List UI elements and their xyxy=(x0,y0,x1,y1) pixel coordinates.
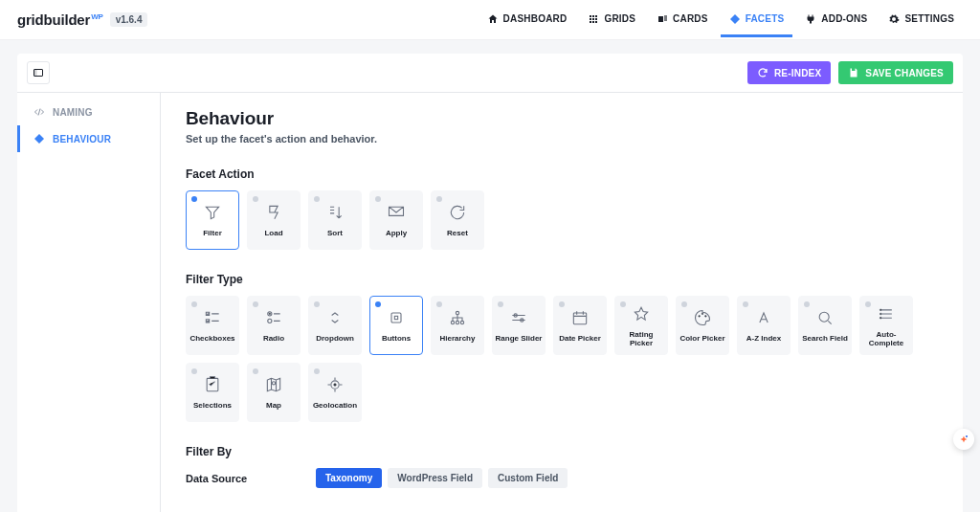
checkboxes-icon xyxy=(203,307,222,328)
radio-dot-icon xyxy=(314,196,320,202)
toggle-panel-button[interactable] xyxy=(27,61,50,84)
facet-action-reset[interactable]: Reset xyxy=(431,190,484,250)
apply-icon xyxy=(387,202,406,223)
tile-label: Color Picker xyxy=(678,334,726,343)
radio-dot-icon xyxy=(681,301,687,307)
facet-action-label: Facet Action xyxy=(186,167,938,181)
radio-dot-icon xyxy=(620,301,626,307)
filter-type-tiles: CheckboxesRadioDropdownButtonsHierarchyR… xyxy=(186,296,938,422)
sort-icon xyxy=(325,202,345,223)
radio-dot-icon xyxy=(743,301,748,307)
app-logo: gridbuilderWP xyxy=(17,11,102,28)
buttons-icon xyxy=(387,307,406,328)
tile-label: Map xyxy=(264,401,283,410)
radio-dot-icon xyxy=(375,301,381,307)
radio-dot-icon xyxy=(436,301,442,307)
selections-icon xyxy=(203,374,222,395)
tile-label: Range Slider xyxy=(494,334,545,343)
dropdown-icon xyxy=(325,307,345,328)
radio-dot-icon xyxy=(253,301,258,307)
geolocation-icon xyxy=(325,374,345,395)
home-icon xyxy=(487,13,499,25)
tile-label: Search Field xyxy=(800,334,850,343)
filter-type-color-picker[interactable]: Color Picker xyxy=(676,296,729,355)
sidebar-item-behaviour[interactable]: BEHAVIOUR xyxy=(17,125,160,152)
radio-dot-icon xyxy=(865,301,871,307)
nav-dashboard[interactable]: DASHBOARD xyxy=(479,3,576,37)
tile-label: Load xyxy=(262,229,284,237)
nav-addons[interactable]: ADD-ONS xyxy=(796,3,876,37)
range-slider-icon xyxy=(509,307,528,328)
filter-type-checkboxes[interactable]: Checkboxes xyxy=(186,296,239,355)
radio-dot-icon xyxy=(191,368,197,374)
svg-point-25 xyxy=(966,435,968,437)
main: Behaviour Set up the facet's action and … xyxy=(161,93,963,512)
nav-settings[interactable]: SETTINGS xyxy=(880,3,963,37)
code-icon xyxy=(33,106,45,118)
radio-dot-icon xyxy=(498,301,503,307)
save-button[interactable]: SAVE CHANGES xyxy=(838,61,953,84)
data-source-pills: TaxonomyWordPress FieldCustom Field xyxy=(316,468,568,488)
filter-type-auto-complete[interactable]: Auto-Complete xyxy=(859,296,913,355)
grid-icon xyxy=(588,13,599,25)
hierarchy-icon xyxy=(448,307,467,328)
filter-type-range-slider[interactable]: Range Slider xyxy=(492,296,546,355)
diamond-icon xyxy=(729,13,741,25)
filter-by-label: Filter By xyxy=(186,445,938,458)
sheet: RE-INDEX SAVE CHANGES NAMING BEHAVIOUR B… xyxy=(17,54,963,512)
page-subtitle: Set up the facet's action and behavior. xyxy=(186,133,938,145)
az-index-icon xyxy=(754,307,773,328)
save-icon xyxy=(848,67,859,78)
reindex-button[interactable]: RE-INDEX xyxy=(747,61,831,84)
filter-type-dropdown[interactable]: Dropdown xyxy=(308,296,362,355)
facet-action-load[interactable]: Load xyxy=(247,190,301,250)
facet-action-sort[interactable]: Sort xyxy=(308,190,362,250)
facet-action-filter[interactable]: Filter xyxy=(186,190,239,250)
data-source-taxonomy[interactable]: Taxonomy xyxy=(316,468,382,488)
radio-dot-icon xyxy=(191,196,197,202)
toolbar: RE-INDEX SAVE CHANGES xyxy=(17,54,963,93)
data-source-wp-field[interactable]: WordPress Field xyxy=(388,468,482,488)
radio-dot-icon xyxy=(375,196,381,202)
tile-label: Hierarchy xyxy=(438,334,478,343)
filter-type-az-index[interactable]: A-Z Index xyxy=(737,296,791,355)
filter-type-radio[interactable]: Radio xyxy=(247,296,301,355)
data-source-row: Data Source TaxonomyWordPress FieldCusto… xyxy=(186,468,938,488)
filter-type-search-field[interactable]: Search Field xyxy=(798,296,852,355)
radio-dot-icon xyxy=(559,301,565,307)
filter-type-geolocation[interactable]: Geolocation xyxy=(308,363,362,422)
diamond-icon xyxy=(33,133,45,145)
help-bubble[interactable] xyxy=(953,429,974,450)
filter-type-selections[interactable]: Selections xyxy=(186,363,239,422)
page: RE-INDEX SAVE CHANGES NAMING BEHAVIOUR B… xyxy=(0,40,980,512)
tile-label: Radio xyxy=(261,334,286,343)
nav-cards[interactable]: CARDS xyxy=(648,3,717,37)
reset-icon xyxy=(448,202,467,223)
tile-label: Checkboxes xyxy=(188,334,236,343)
sidebar: NAMING BEHAVIOUR xyxy=(17,93,161,512)
map-icon xyxy=(264,374,283,395)
filter-type-map[interactable]: Map xyxy=(247,363,301,422)
filter-type-hierarchy[interactable]: Hierarchy xyxy=(431,296,484,355)
color-picker-icon xyxy=(693,307,712,328)
nav-facets[interactable]: FACETS xyxy=(721,3,793,37)
radio-dot-icon xyxy=(436,196,442,202)
filter-type-date-picker[interactable]: Date Picker xyxy=(553,296,607,355)
radio-dot-icon xyxy=(314,368,320,374)
filter-type-rating-picker[interactable]: Rating Picker xyxy=(614,296,668,355)
tile-label: Geolocation xyxy=(311,401,359,410)
nav-grids[interactable]: GRIDS xyxy=(579,3,644,37)
app-badge: WP xyxy=(91,12,103,21)
radio-dot-icon xyxy=(253,196,258,202)
data-source-custom-field[interactable]: Custom Field xyxy=(488,468,568,488)
facet-action-apply[interactable]: Apply xyxy=(369,190,423,250)
auto-complete-icon xyxy=(877,303,896,324)
date-picker-icon xyxy=(570,307,590,328)
filter-type-buttons[interactable]: Buttons xyxy=(369,296,423,355)
tile-label: Sort xyxy=(325,229,345,237)
load-icon xyxy=(264,202,283,223)
tile-label: Reset xyxy=(445,229,470,237)
sidebar-item-naming[interactable]: NAMING xyxy=(17,99,160,125)
filter-type-label: Filter Type xyxy=(186,273,938,286)
body: NAMING BEHAVIOUR Behaviour Set up the fa… xyxy=(17,93,963,512)
